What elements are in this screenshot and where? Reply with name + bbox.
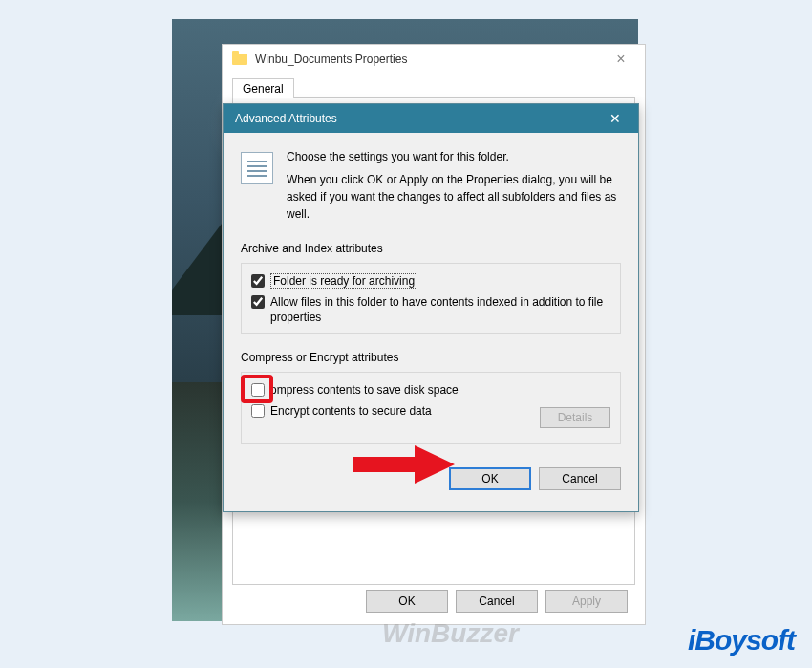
close-icon[interactable]: ✕ [604, 111, 627, 126]
close-icon[interactable]: × [607, 51, 635, 68]
archive-section: Folder is ready for archiving Allow file… [241, 263, 621, 334]
index-checkbox[interactable] [251, 295, 265, 309]
ok-button[interactable]: OK [449, 467, 531, 490]
archive-section-label: Archive and Index attributes [241, 242, 621, 255]
compress-section-label: Compress or Encrypt attributes [241, 351, 621, 364]
properties-ok-button[interactable]: OK [366, 590, 448, 613]
properties-cancel-button[interactable]: Cancel [456, 590, 538, 613]
properties-apply-button: Apply [545, 590, 628, 613]
encrypt-checkbox[interactable] [251, 404, 265, 418]
advanced-titlebar[interactable]: Advanced Attributes ✕ [224, 104, 638, 133]
properties-titlebar[interactable]: Winbu_Documents Properties × [223, 45, 645, 74]
properties-title: Winbu_Documents Properties [255, 53, 407, 66]
advanced-title: Advanced Attributes [235, 112, 337, 125]
tab-general[interactable]: General [232, 78, 294, 98]
document-icon [241, 152, 273, 184]
compress-section: ompress contents to save disk space Encr… [241, 372, 621, 444]
intro-line-1: Choose the settings you want for this fo… [287, 148, 621, 165]
folder-icon [232, 54, 247, 65]
properties-tabs: General [223, 77, 645, 97]
watermark-iboysoft: iBoysoft [688, 624, 795, 657]
archive-checkbox[interactable] [251, 274, 265, 288]
compress-label: ompress contents to save disk space [270, 382, 610, 398]
intro-line-2: When you click OK or Apply on the Proper… [287, 171, 621, 223]
index-label: Allow files in this folder to have conte… [270, 294, 610, 325]
watermark-winbuzzer: WinBuzzer [382, 618, 519, 649]
compress-checkbox[interactable] [251, 383, 265, 397]
cancel-button[interactable]: Cancel [539, 467, 621, 490]
archive-label: Folder is ready for archiving [270, 273, 417, 289]
advanced-attributes-dialog: Advanced Attributes ✕ Choose the setting… [223, 103, 639, 512]
details-button: Details [540, 407, 610, 428]
